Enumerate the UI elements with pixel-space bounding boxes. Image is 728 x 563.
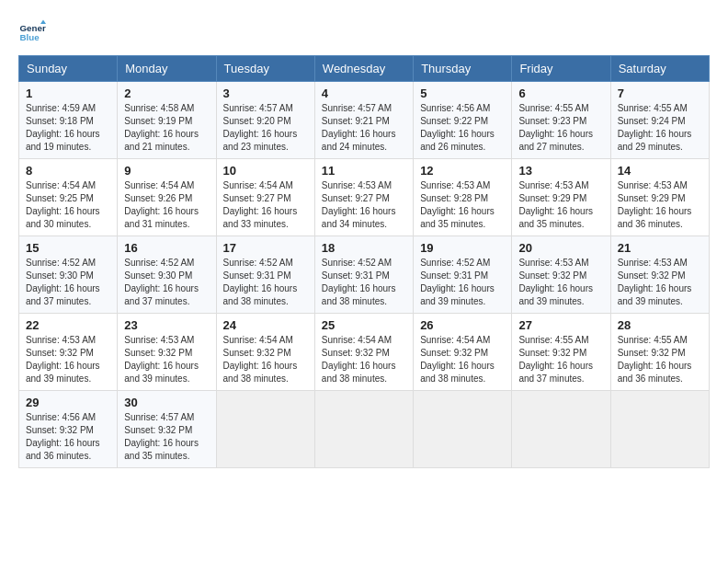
day-number: 3	[223, 86, 308, 100]
svg-text:Blue: Blue	[20, 32, 40, 42]
day-number: 22	[26, 318, 110, 332]
calendar-day-10: 10Sunrise: 4:54 AMSunset: 9:27 PMDayligh…	[216, 159, 314, 236]
col-header-sunday: Sunday	[19, 56, 118, 82]
calendar-day-7: 7Sunrise: 4:55 AMSunset: 9:24 PMDaylight…	[610, 82, 709, 159]
day-info: Sunrise: 4:54 AMSunset: 9:25 PMDaylight:…	[26, 179, 110, 231]
day-number: 4	[322, 86, 406, 100]
day-info: Sunrise: 4:53 AMSunset: 9:29 PMDaylight:…	[518, 179, 603, 231]
calendar-day-30: 30Sunrise: 4:57 AMSunset: 9:32 PMDayligh…	[118, 391, 216, 468]
day-info: Sunrise: 4:59 AMSunset: 9:18 PMDaylight:…	[26, 102, 110, 154]
day-info: Sunrise: 4:55 AMSunset: 9:23 PMDaylight:…	[518, 102, 603, 154]
day-info: Sunrise: 4:52 AMSunset: 9:31 PMDaylight:…	[420, 257, 505, 308]
empty-day	[216, 391, 314, 468]
calendar-day-6: 6Sunrise: 4:55 AMSunset: 9:23 PMDaylight…	[512, 82, 610, 159]
calendar-day-15: 15Sunrise: 4:52 AMSunset: 9:30 PMDayligh…	[19, 236, 118, 314]
day-info: Sunrise: 4:52 AMSunset: 9:30 PMDaylight:…	[26, 257, 110, 308]
logo-icon: General Blue	[18, 18, 46, 46]
logo: General Blue	[18, 18, 50, 46]
day-number: 14	[618, 164, 702, 178]
day-info: Sunrise: 4:54 AMSunset: 9:27 PMDaylight:…	[223, 179, 308, 231]
day-number: 1	[26, 86, 110, 100]
calendar-day-9: 9Sunrise: 4:54 AMSunset: 9:26 PMDaylight…	[118, 159, 216, 236]
calendar-day-26: 26Sunrise: 4:54 AMSunset: 9:32 PMDayligh…	[414, 314, 512, 391]
day-info: Sunrise: 4:58 AMSunset: 9:19 PMDaylight:…	[124, 102, 209, 154]
day-number: 26	[420, 318, 505, 332]
col-header-friday: Friday	[512, 56, 610, 82]
calendar-day-3: 3Sunrise: 4:57 AMSunset: 9:20 PMDaylight…	[216, 82, 314, 159]
day-info: Sunrise: 4:52 AMSunset: 9:31 PMDaylight:…	[322, 257, 406, 308]
day-number: 7	[618, 86, 702, 100]
day-number: 18	[322, 241, 406, 255]
col-header-saturday: Saturday	[610, 56, 709, 82]
day-info: Sunrise: 4:52 AMSunset: 9:30 PMDaylight:…	[124, 257, 209, 308]
col-header-wednesday: Wednesday	[314, 56, 413, 82]
empty-day	[610, 391, 709, 468]
calendar-day-16: 16Sunrise: 4:52 AMSunset: 9:30 PMDayligh…	[118, 236, 216, 314]
calendar-day-4: 4Sunrise: 4:57 AMSunset: 9:21 PMDaylight…	[314, 82, 413, 159]
day-number: 16	[124, 241, 209, 255]
day-number: 15	[26, 241, 110, 255]
calendar-day-29: 29Sunrise: 4:56 AMSunset: 9:32 PMDayligh…	[19, 391, 118, 468]
day-info: Sunrise: 4:57 AMSunset: 9:32 PMDaylight:…	[124, 411, 209, 463]
day-number: 23	[124, 318, 209, 332]
col-header-monday: Monday	[118, 56, 216, 82]
day-number: 11	[322, 164, 406, 178]
day-info: Sunrise: 4:53 AMSunset: 9:27 PMDaylight:…	[322, 179, 406, 231]
day-number: 30	[124, 396, 209, 409]
day-number: 25	[322, 318, 406, 332]
calendar-day-11: 11Sunrise: 4:53 AMSunset: 9:27 PMDayligh…	[314, 159, 413, 236]
day-number: 17	[223, 241, 308, 255]
day-number: 6	[518, 86, 603, 100]
day-info: Sunrise: 4:56 AMSunset: 9:22 PMDaylight:…	[420, 102, 505, 154]
day-number: 19	[420, 241, 505, 255]
day-number: 10	[223, 164, 308, 178]
calendar-day-20: 20Sunrise: 4:53 AMSunset: 9:32 PMDayligh…	[512, 236, 610, 314]
day-info: Sunrise: 4:57 AMSunset: 9:21 PMDaylight:…	[322, 102, 406, 154]
calendar-day-18: 18Sunrise: 4:52 AMSunset: 9:31 PMDayligh…	[314, 236, 413, 314]
calendar-day-14: 14Sunrise: 4:53 AMSunset: 9:29 PMDayligh…	[610, 159, 709, 236]
calendar-day-1: 1Sunrise: 4:59 AMSunset: 9:18 PMDaylight…	[19, 82, 118, 159]
empty-day	[414, 391, 512, 468]
day-number: 21	[618, 241, 702, 255]
calendar-week-row: 1Sunrise: 4:59 AMSunset: 9:18 PMDaylight…	[19, 82, 710, 159]
day-info: Sunrise: 4:53 AMSunset: 9:28 PMDaylight:…	[420, 179, 505, 231]
calendar-day-13: 13Sunrise: 4:53 AMSunset: 9:29 PMDayligh…	[512, 159, 610, 236]
day-info: Sunrise: 4:53 AMSunset: 9:32 PMDaylight:…	[618, 257, 702, 308]
calendar-day-24: 24Sunrise: 4:54 AMSunset: 9:32 PMDayligh…	[216, 314, 314, 391]
day-number: 20	[518, 241, 603, 255]
col-header-tuesday: Tuesday	[216, 56, 314, 82]
calendar-week-row: 15Sunrise: 4:52 AMSunset: 9:30 PMDayligh…	[19, 236, 710, 314]
day-number: 9	[124, 164, 209, 178]
day-info: Sunrise: 4:54 AMSunset: 9:32 PMDaylight:…	[322, 334, 406, 385]
calendar-day-28: 28Sunrise: 4:55 AMSunset: 9:32 PMDayligh…	[610, 314, 709, 391]
calendar-table: SundayMondayTuesdayWednesdayThursdayFrid…	[18, 55, 710, 468]
day-info: Sunrise: 4:55 AMSunset: 9:32 PMDaylight:…	[518, 334, 603, 385]
calendar-header-row: SundayMondayTuesdayWednesdayThursdayFrid…	[19, 56, 710, 82]
day-info: Sunrise: 4:54 AMSunset: 9:26 PMDaylight:…	[124, 179, 209, 231]
calendar-week-row: 8Sunrise: 4:54 AMSunset: 9:25 PMDaylight…	[19, 159, 710, 236]
day-info: Sunrise: 4:54 AMSunset: 9:32 PMDaylight:…	[223, 334, 308, 385]
day-number: 5	[420, 86, 505, 100]
day-number: 12	[420, 164, 505, 178]
calendar-day-2: 2Sunrise: 4:58 AMSunset: 9:19 PMDaylight…	[118, 82, 216, 159]
calendar-week-row: 22Sunrise: 4:53 AMSunset: 9:32 PMDayligh…	[19, 314, 710, 391]
day-info: Sunrise: 4:53 AMSunset: 9:32 PMDaylight:…	[26, 334, 110, 385]
calendar-day-21: 21Sunrise: 4:53 AMSunset: 9:32 PMDayligh…	[610, 236, 709, 314]
day-info: Sunrise: 4:57 AMSunset: 9:20 PMDaylight:…	[223, 102, 308, 154]
day-info: Sunrise: 4:55 AMSunset: 9:32 PMDaylight:…	[618, 334, 702, 385]
page-header: General Blue	[18, 18, 710, 46]
svg-marker-2	[40, 20, 46, 25]
day-number: 13	[518, 164, 603, 178]
calendar-day-5: 5Sunrise: 4:56 AMSunset: 9:22 PMDaylight…	[414, 82, 512, 159]
calendar-day-23: 23Sunrise: 4:53 AMSunset: 9:32 PMDayligh…	[118, 314, 216, 391]
day-info: Sunrise: 4:55 AMSunset: 9:24 PMDaylight:…	[618, 102, 702, 154]
day-info: Sunrise: 4:54 AMSunset: 9:32 PMDaylight:…	[420, 334, 505, 385]
day-info: Sunrise: 4:53 AMSunset: 9:32 PMDaylight:…	[124, 334, 209, 385]
calendar-day-8: 8Sunrise: 4:54 AMSunset: 9:25 PMDaylight…	[19, 159, 118, 236]
day-number: 27	[518, 318, 603, 332]
day-info: Sunrise: 4:56 AMSunset: 9:32 PMDaylight:…	[26, 411, 110, 463]
svg-text:General: General	[20, 23, 47, 33]
day-number: 28	[618, 318, 702, 332]
calendar-day-27: 27Sunrise: 4:55 AMSunset: 9:32 PMDayligh…	[512, 314, 610, 391]
day-number: 8	[26, 164, 110, 178]
